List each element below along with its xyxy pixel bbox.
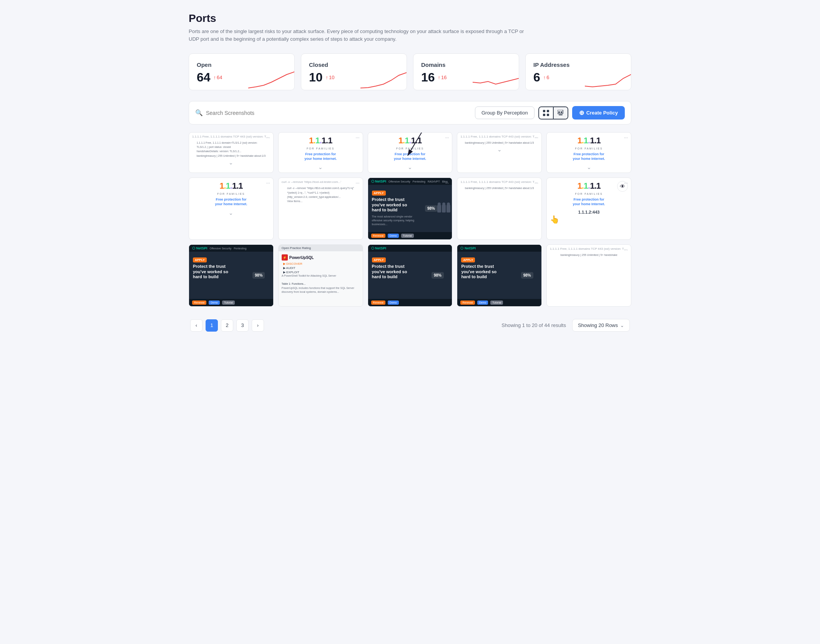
card-more-dots-3[interactable]: ··· bbox=[445, 135, 449, 140]
screenshot-card-9[interactable]: 1.1.1.1 Free, 1.1.1.1 domains TCP 443 (s… bbox=[457, 178, 542, 240]
stat-change-domains: 16 bbox=[438, 75, 447, 80]
card-more-dots-8[interactable]: ··· bbox=[445, 180, 449, 186]
netspi-img-col-11: 98% bbox=[248, 256, 269, 295]
dns-logo-3: 1.1.1.1 bbox=[398, 136, 422, 146]
toolbar: 🔍 Group By Perception bbox=[189, 101, 631, 124]
powersql-header-12: Open Practice Rating bbox=[279, 245, 363, 251]
people-group-8 bbox=[437, 205, 450, 212]
page-description: Ports are one of the single largest risk… bbox=[189, 28, 534, 43]
card-dns-6: 1.1.1.1 FOR FAMILIES Free protection for… bbox=[189, 178, 273, 209]
netspi-logo-13: ⬡ NetSPI bbox=[371, 246, 387, 250]
card-chevron-2: ⌄ bbox=[279, 164, 363, 173]
card-dns-5: 1.1.1.1 FOR FAMILIES Free protection for… bbox=[547, 133, 631, 164]
stat-label-open: Open bbox=[197, 61, 287, 68]
page-3-button[interactable]: 3 bbox=[236, 319, 249, 332]
netspi-img-col-13: 98% bbox=[427, 256, 448, 295]
screenshot-card-8[interactable]: ⬡ NetSPI Offensive SecurityPentestingRAS… bbox=[368, 178, 453, 240]
svg-rect-1 bbox=[547, 110, 549, 112]
screenshot-card-5[interactable]: 1.1.1.1 FOR FAMILIES Free protection for… bbox=[546, 132, 631, 173]
dns-logo-2: 1.1.1.1 bbox=[309, 136, 332, 146]
dns-tagline-2: FOR FAMILIES bbox=[307, 147, 334, 150]
search-input[interactable] bbox=[206, 110, 470, 116]
screenshot-card-6[interactable]: 1.1.1.1 FOR FAMILIES Free protection for… bbox=[189, 178, 274, 240]
card-more-dots-7[interactable]: ··· bbox=[356, 180, 360, 186]
dns-headline-5: Free protection foryour home Internet. bbox=[573, 152, 605, 161]
pointer-icon-10: 👆 bbox=[550, 215, 559, 224]
netspi-logo-14: ⬡ NetSPI bbox=[460, 246, 476, 250]
netspi-headline-11: Protect the trustyou've worked sohard to… bbox=[193, 264, 244, 279]
group-by-button[interactable]: Group By Perception bbox=[475, 106, 534, 119]
netspi-content-11: ⬡ NetSPI Offensive SecurityPentesting AP… bbox=[189, 245, 273, 306]
netspi-header-14: ⬡ NetSPI bbox=[457, 245, 541, 252]
stat-change-open: 64 bbox=[214, 75, 222, 80]
card-more-dots-5[interactable]: ··· bbox=[624, 135, 628, 140]
screenshot-card-10[interactable]: 1.1.1.1 FOR FAMILIES Free protection for… bbox=[546, 178, 631, 240]
netspi-body-8: APPLY Protect the trustyou've worked soh… bbox=[368, 185, 452, 232]
netspi-header-8: ⬡ NetSPI Offensive SecurityPentestingRAS… bbox=[368, 178, 452, 185]
screenshot-card-11[interactable]: ⬡ NetSPI Offensive SecurityPentesting AP… bbox=[189, 244, 274, 307]
stat-value-closed: 10 bbox=[309, 70, 323, 85]
card-chevron-1: ⌄ bbox=[189, 159, 273, 168]
stat-card-domains: Domains 16 16 bbox=[413, 53, 519, 90]
pagination-controls: ‹ 1 2 3 › bbox=[190, 319, 264, 332]
rows-dropdown-arrow-icon: ⌄ bbox=[620, 323, 624, 328]
rows-dropdown[interactable]: Showing 20 Rows ⌄ bbox=[572, 319, 630, 332]
page-next-button[interactable]: › bbox=[252, 319, 264, 332]
page-2-button[interactable]: 2 bbox=[221, 319, 233, 332]
netspi-badge-11: APPLY bbox=[193, 257, 207, 262]
screenshot-card-7[interactable]: curl -v --remove 'https://tool-xd.tester… bbox=[278, 178, 363, 240]
netspi-content-13: ⬡ NetSPI APPLY Protect the trustyou've w… bbox=[368, 245, 452, 306]
stat-value-domains: 16 bbox=[421, 70, 435, 85]
screenshot-card-4[interactable]: 1.1.1.1 Free, 1.1.1.1 domains TCP 443 (s… bbox=[457, 132, 542, 173]
grid-view-button[interactable] bbox=[539, 107, 553, 119]
netspi-img-col-14: 98% bbox=[516, 256, 538, 295]
page-1-button[interactable]: 1 bbox=[206, 319, 218, 332]
card-meta-9: 1.1.1.1 Free, 1.1.1.1 domains TCP 443 (s… bbox=[457, 178, 541, 184]
netspi-percent-11: 98% bbox=[252, 272, 265, 279]
card-more-dots-9[interactable]: ··· bbox=[534, 180, 538, 186]
card-more-dots-4[interactable]: ··· bbox=[534, 135, 538, 140]
card-more-dots-1[interactable]: ··· bbox=[266, 135, 270, 140]
card-more-dots-2[interactable]: ··· bbox=[356, 135, 360, 140]
screenshot-card-12[interactable]: Open Practice Rating ⚡ PowerUpSQL ▶ DISC… bbox=[278, 244, 363, 307]
page-prev-button[interactable]: ‹ bbox=[190, 319, 203, 332]
create-policy-button[interactable]: Create Policy bbox=[572, 106, 625, 120]
screenshot-view-button[interactable] bbox=[553, 107, 568, 119]
card-chevron-3: ⌄ bbox=[368, 164, 452, 173]
view-toggle bbox=[538, 106, 568, 120]
dns-headline-6: Free protection foryour home Internet. bbox=[215, 198, 247, 206]
dns-logo-10: 1.1.1.1 bbox=[577, 181, 600, 191]
rows-dropdown-label: Showing 20 Rows bbox=[578, 322, 618, 328]
svg-rect-5 bbox=[559, 115, 563, 115]
powersql-menu-12: ▶ DISCOVER ▶ AUDIT ▶ EXPLOIT bbox=[283, 262, 360, 274]
netspi-body-13: APPLY Protect the trustyou've worked soh… bbox=[368, 252, 452, 299]
netspi-header-11: ⬡ NetSPI Offensive SecurityPentesting bbox=[189, 245, 273, 252]
netspi-body-11: APPLY Protect the trustyou've worked soh… bbox=[189, 252, 273, 299]
netspi-logo-8: ⬡ NetSPI bbox=[371, 179, 387, 183]
card-content-1: 1.1.1.1 Free, 1.1.1.1 domain=TLS/1.2 (ss… bbox=[189, 139, 273, 159]
card-more-dots-10[interactable]: ··· bbox=[624, 180, 628, 186]
screenshot-card-15[interactable]: 1.1.1.1 Free, 1.1.1.1 domains TCP 443 (s… bbox=[546, 244, 631, 307]
netspi-percent-14: 98% bbox=[521, 272, 533, 279]
card-meta-15: 1.1.1.1 Free, 1.1.1.1 domains TCP 443 (s… bbox=[547, 245, 631, 251]
dns-tagline-10: FOR FAMILIES bbox=[575, 193, 603, 195]
card-more-dots-6[interactable]: ··· bbox=[266, 180, 270, 186]
card-chevron-5: ⌄ bbox=[547, 164, 631, 173]
card-more-dots-15[interactable]: ··· bbox=[624, 247, 628, 252]
powersql-title-12: ⚡ PowerUpSQL bbox=[282, 254, 360, 261]
netspi-headline-8: Protect the trustyou've worked sohard to… bbox=[372, 197, 423, 212]
pagination-bar: ‹ 1 2 3 › Showing 1 to 20 of 44 results … bbox=[189, 314, 631, 336]
dns-logo-6: 1.1.1.1 bbox=[219, 181, 242, 191]
toolbar-right: Group By Perception bbox=[475, 106, 625, 120]
screenshot-card-3[interactable]: 1.1.1.1 FOR FAMILIES Free protection for… bbox=[368, 132, 453, 173]
screenshot-card-2[interactable]: 1.1.1.1 FOR FAMILIES Free protection for… bbox=[278, 132, 363, 173]
stat-label-ip: IP Addresses bbox=[533, 61, 623, 68]
powersql-body-12: ⚡ PowerUpSQL ▶ DISCOVER ▶ AUDIT ▶ EXPLOI… bbox=[279, 251, 363, 297]
netspi-content-8: ⬡ NetSPI Offensive SecurityPentestingRAS… bbox=[368, 178, 452, 239]
stat-card-closed: Closed 10 10 bbox=[301, 53, 407, 90]
netspi-badge-13: APPLY bbox=[372, 257, 386, 262]
netspi-badge-8: APPLY bbox=[372, 191, 386, 196]
screenshot-card-13[interactable]: ⬡ NetSPI APPLY Protect the trustyou've w… bbox=[368, 244, 453, 307]
screenshot-card-14[interactable]: ⬡ NetSPI APPLY Protect the trustyou've w… bbox=[457, 244, 542, 307]
screenshot-card-1[interactable]: 1.1.1.1 Free, 1.1.1.1 domains TCP 443 (s… bbox=[189, 132, 274, 173]
